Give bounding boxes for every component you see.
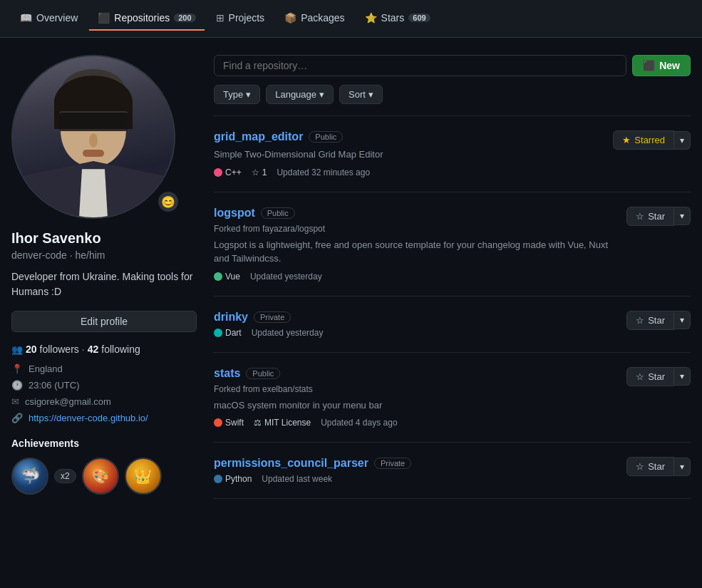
nav-tab-packages-label: Packages [301,12,344,24]
lang-item: C++ [214,167,242,177]
repo-item: logspot Public Forked from fayazara/logs… [214,192,691,296]
followers-label: followers [40,344,79,355]
achievements-section: Achievements 🦈 x2 🎨 👑 [11,438,197,495]
star-outline-icon: ☆ [636,211,644,222]
updated-text: Updated yesterday [252,328,324,338]
nav-tab-packages[interactable]: 📦 Packages [276,6,353,31]
filter-row: Type Language Sort [214,85,691,104]
lang-color-dot [214,475,222,483]
starred-icon: ★ [622,135,631,145]
star-dropdown-chevron-icon: ▾ [680,211,684,221]
lang-label: Python [225,474,252,484]
star-icon: ☆ [252,167,259,177]
sort-filter-button[interactable]: Sort [339,85,383,104]
type-filter-button[interactable]: Type [214,85,260,104]
stars-count-badge: 609 [408,14,430,22]
avatar-image [13,56,174,217]
new-repository-button[interactable]: ⬛ New [632,55,691,76]
clock-icon: 🕐 [11,380,23,391]
repo-title-row: drinky Private [214,311,615,324]
star-button[interactable]: ☆ Star [626,457,674,476]
star-button[interactable]: ★ Starred [613,130,674,150]
star-dropdown-chevron-icon: ▾ [680,371,684,381]
star-outline-icon: ☆ [636,315,644,326]
sort-filter-label: Sort [349,89,366,100]
star-dropdown-button[interactable]: ▾ [674,311,691,329]
star-button[interactable]: ☆ Star [626,367,674,386]
star-outline-icon: ☆ [636,461,644,472]
repo-item: stats Public Forked from exelban/stats m… [214,353,691,443]
new-repo-icon: ⬛ [643,60,655,71]
location-item: 📍 England [11,363,197,374]
star-dropdown-button[interactable]: ▾ [674,207,691,225]
nav-tab-repositories-label: Repositories [114,12,170,24]
edit-profile-button[interactable]: Edit profile [11,311,197,332]
language-filter-button[interactable]: Language [266,85,334,104]
repository-list: grid_map_editor Public Simple Two-Dimens… [214,115,691,499]
star-button-label: Starred [634,135,665,145]
email-item: ✉ csigorek@gmail.com [11,396,197,407]
star-button-group: ☆ Star ▾ [626,311,691,330]
star-dropdown-button[interactable]: ▾ [674,367,691,386]
repo-name-link[interactable]: stats [214,367,240,380]
star-dropdown-button[interactable]: ▾ [674,131,691,150]
new-button-label: New [659,60,680,71]
repo-visibility-badge: Private [254,311,291,323]
star-button[interactable]: ☆ Star [626,207,674,226]
main-layout: 😊 Ihor Savenko denver-code · he/him Deve… [0,38,702,516]
sidebar: 😊 Ihor Savenko denver-code · he/him Deve… [11,55,197,499]
lang-label: Vue [225,272,240,282]
stars-icon: ⭐ [365,12,377,24]
profile-name: Ihor Savenko [11,230,197,247]
fork-source-link[interactable]: exelban/stats [262,384,313,394]
repo-name-link[interactable]: permissions_council_parser [214,457,368,470]
achievement-badge-1[interactable]: 🦈 [11,458,48,495]
star-button[interactable]: ☆ Star [626,311,674,330]
repo-icon: ⬛ [98,12,110,24]
repo-name-link[interactable]: logspot [214,207,255,220]
star-button-group: ☆ Star ▾ [626,367,691,386]
sort-chevron-icon [368,89,373,100]
achievement-badge-2[interactable]: 🎨 [82,458,119,495]
people-icon: 👥 [11,344,23,355]
repo-meta: Python Updated last week [214,474,615,484]
nav-tab-projects[interactable]: ⊞ Projects [207,6,274,31]
repo-info: stats Public Forked from exelban/stats m… [214,367,615,428]
lang-label: Swift [225,418,244,428]
link-icon: 🔗 [11,413,23,423]
star-button-group: ☆ Star ▾ [626,207,691,226]
nav-tab-repositories[interactable]: ⬛ Repositories 200 [89,6,204,31]
top-navigation: 📖 Overview ⬛ Repositories 200 ⊞ Projects… [0,0,702,38]
fork-source-link[interactable]: fayazara/logspot [262,224,325,234]
website-link[interactable]: https://denver-code.github.io/ [29,413,148,423]
star-dropdown-button[interactable]: ▾ [674,458,691,476]
language-filter-label: Language [275,89,316,100]
repo-name-link[interactable]: drinky [214,311,248,324]
updated-text: Updated 32 minutes ago [277,167,370,177]
nav-tab-overview[interactable]: 📖 Overview [11,6,86,31]
repo-info: grid_map_editor Public Simple Two-Dimens… [214,130,602,177]
star-button-label: Star [648,315,665,326]
nav-tab-projects-label: Projects [229,12,265,24]
profile-handle: denver-code · he/him [11,249,197,261]
repo-title-row: grid_map_editor Public [214,130,602,143]
language-chevron-icon [319,89,324,100]
content-area: ⬛ New Type Language Sort grid [214,55,691,499]
search-input[interactable] [214,55,626,76]
email-text: csigorek@gmail.com [25,396,111,407]
time-text: 23:06 (UTC) [29,380,80,391]
lang-item: Dart [214,328,242,338]
star-button-group: ★ Starred ▾ [613,130,691,150]
achievement-badge-3[interactable]: 👑 [125,458,162,495]
repo-info: logspot Public Forked from fayazara/logs… [214,207,615,282]
star-button-label: Star [648,461,665,472]
star-button-label: Star [648,371,665,382]
repo-meta: Swift ⚖ MIT License Updated 4 days ago [214,418,615,428]
repo-name-link[interactable]: grid_map_editor [214,130,303,143]
profile-bio: Developer from Ukraine. Making tools for… [11,269,197,299]
separator-dot: · [82,344,85,355]
followers-count: 20 [26,344,37,355]
nav-tab-stars[interactable]: ⭐ Stars 609 [356,6,439,31]
star-dropdown-chevron-icon: ▾ [680,462,684,472]
star-count: ☆ 1 [252,167,267,177]
